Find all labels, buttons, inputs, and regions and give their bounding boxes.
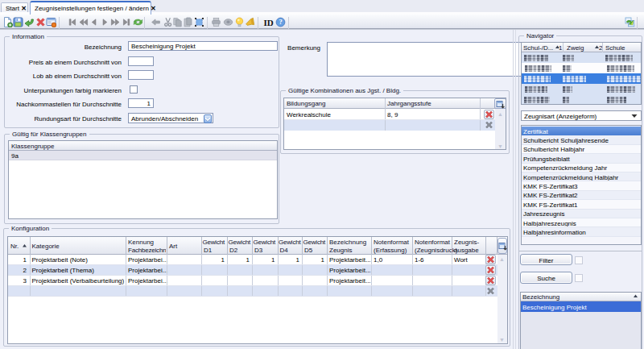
svg-text:?: ? xyxy=(279,18,282,26)
